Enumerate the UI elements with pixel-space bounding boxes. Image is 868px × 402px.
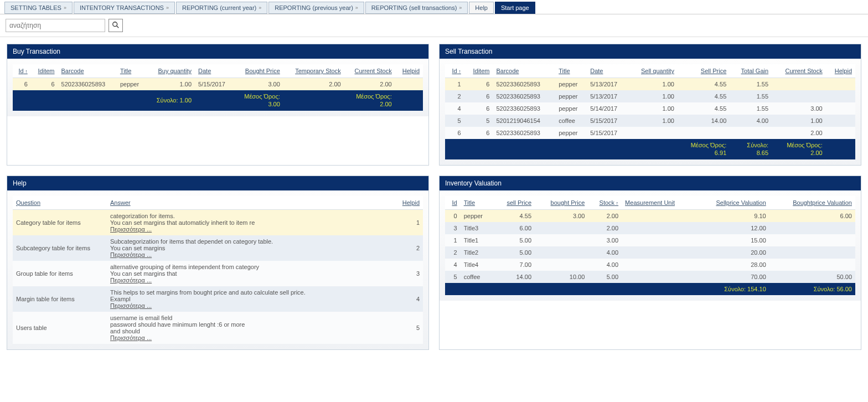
cell: Subcategorization for items that depende… — [107, 235, 390, 261]
col-header[interactable]: Iditem — [464, 64, 493, 78]
col-header[interactable]: Answer — [107, 196, 390, 210]
more-link[interactable]: Περισσότερα ... — [110, 251, 152, 258]
cell — [769, 246, 855, 259]
table-row[interactable]: 2Title25.004.0020.00 — [445, 246, 855, 259]
col-header[interactable]: Title — [461, 196, 494, 210]
col-header[interactable]: Stock ↑ — [588, 196, 622, 210]
table-row[interactable]: 5coffee14.0010.005.0070.0050.00 — [445, 271, 855, 283]
cell: 1.55 — [730, 78, 772, 91]
col-header[interactable]: Id — [445, 196, 461, 210]
cell: 20.00 — [695, 246, 769, 259]
cell: 6 — [464, 90, 493, 102]
tab-reporting-current-year-[interactable]: REPORTING (current year)» — [176, 2, 267, 14]
cell: 5 — [390, 312, 423, 344]
chevron-right-icon: » — [64, 5, 66, 11]
tab-label: REPORTING (current year) — [182, 4, 256, 11]
col-header[interactable]: Sell quantity — [628, 64, 678, 78]
table-row[interactable]: Users tableusername is email fieldpasswo… — [13, 312, 423, 344]
cell: 6.00 — [769, 209, 855, 222]
col-header[interactable]: Title — [555, 64, 587, 78]
cell: 3.00 — [535, 209, 588, 222]
col-header[interactable]: Helpid — [390, 196, 423, 210]
col-header[interactable]: Barcode — [58, 64, 117, 78]
col-header[interactable]: Sellprice Valuation — [695, 196, 769, 210]
col-header[interactable]: Measurement Unit — [622, 196, 695, 210]
search-input[interactable] — [6, 19, 105, 32]
col-header[interactable]: Sell Price — [678, 64, 730, 78]
cell: 5 — [445, 115, 464, 127]
col-header[interactable]: Title — [117, 64, 147, 78]
cell: Users table — [13, 312, 107, 344]
table-row[interactable]: 3Title36.002.0012.00 — [445, 222, 855, 234]
table-row[interactable]: 465202336025893pepper5/14/20171.004.551.… — [445, 102, 855, 115]
cell: This helps to set margins from bought pr… — [107, 286, 390, 312]
more-link[interactable]: Περισσότερα ... — [110, 226, 152, 233]
search-button[interactable] — [108, 19, 123, 32]
more-link[interactable]: Περισσότερα ... — [110, 302, 152, 309]
cell: 2 — [390, 235, 423, 261]
tab-start-page[interactable]: Start page — [495, 2, 535, 14]
col-header[interactable]: Id ↑ — [13, 64, 31, 78]
cell: 4.00 — [588, 259, 622, 271]
cell: Category table for items — [13, 209, 107, 235]
tab-label: REPORTING (previous year) — [275, 4, 353, 11]
cell: coffee — [555, 115, 587, 127]
table-row[interactable]: 665202336025893pepper1.005/15/20173.002.… — [13, 78, 423, 91]
sort-asc-icon: ↑ — [24, 69, 28, 74]
col-header[interactable]: Barcode — [493, 64, 555, 78]
col-header[interactable]: Id ↑ — [445, 64, 464, 78]
inventory-valuation-panel: Inventory Valuation IdTitlesell Pricebou… — [439, 176, 861, 350]
summary-row: Σύνολο: 1.00Μέσος Όρος:3.00Μέσος Όρος:2.… — [13, 90, 423, 111]
col-header[interactable]: Question — [13, 196, 107, 210]
col-header[interactable]: Bought Price — [234, 64, 283, 78]
col-header[interactable]: Date — [195, 64, 234, 78]
table-row[interactable]: Group table for itemsalternative groupin… — [13, 261, 423, 286]
cell: 2.00 — [283, 78, 344, 91]
summary-row: Σύνολο: 154.10Σύνολο: 56.00 — [445, 283, 855, 295]
table-row[interactable]: 0pepper4.553.002.009.106.00 — [445, 209, 855, 222]
cell: 5202336025893 — [493, 90, 555, 102]
panel-title: Help — [7, 176, 428, 190]
col-header[interactable]: bought Price — [535, 196, 588, 210]
tab-setting-tables[interactable]: SETTING TABLES» — [4, 2, 73, 14]
table-row[interactable]: Subcategory table for itemsSubcategoriza… — [13, 235, 423, 261]
col-header[interactable]: Current Stock — [772, 64, 826, 78]
col-header[interactable]: Temporary Stock — [283, 64, 344, 78]
tab-help[interactable]: Help — [469, 2, 494, 14]
table-row[interactable]: 265202336025893pepper5/13/20171.004.551.… — [445, 90, 855, 102]
cell: 1.00 — [147, 78, 195, 91]
col-header[interactable]: Iditem — [31, 64, 58, 78]
col-header[interactable]: sell Price — [494, 196, 535, 210]
col-header[interactable]: Helpid — [826, 64, 855, 78]
summary-row: Μέσος Όρος:6.91Σύνολο:8.65Μέσος Όρος:2.0… — [445, 139, 855, 159]
table-row[interactable]: 665202336025893pepper5/15/20172.00 — [445, 127, 855, 139]
cell: 5.00 — [494, 234, 535, 246]
cell: 2 — [445, 246, 461, 259]
tab-intentory-transactions[interactable]: INTENTORY TRANSACTIONS» — [74, 2, 175, 14]
table-row[interactable]: 4Title47.004.0028.00 — [445, 259, 855, 271]
cell: 1.00 — [628, 90, 678, 102]
cell: 5202336025893 — [58, 78, 117, 91]
col-header[interactable]: Helpid — [395, 64, 423, 78]
table-row[interactable]: 555201219046154coffee5/15/20171.0014.004… — [445, 115, 855, 127]
table-row[interactable]: Margin table for itemsThis helps to set … — [13, 286, 423, 312]
col-header[interactable]: Current Stock — [344, 64, 395, 78]
table-row[interactable]: 1Title15.003.0015.00 — [445, 234, 855, 246]
more-link[interactable]: Περισσότερα ... — [110, 334, 152, 341]
table-row[interactable]: Category table for itemscategorization f… — [13, 209, 423, 235]
table-row[interactable]: 165202336025893pepper5/13/20171.004.551.… — [445, 78, 855, 91]
cell: Subcategory table for items — [13, 235, 107, 261]
cell — [535, 234, 588, 246]
cell: 5201219046154 — [493, 115, 555, 127]
cell: 5/15/2017 — [587, 127, 628, 139]
more-link[interactable]: Περισσότερα ... — [110, 277, 152, 284]
tab-reporting-previous-year-[interactable]: REPORTING (previous year)» — [268, 2, 364, 14]
cell: 4.00 — [588, 246, 622, 259]
sort-asc-icon: ↑ — [614, 200, 618, 206]
col-header[interactable]: Date — [587, 64, 628, 78]
tab-reporting-sell-transactions-[interactable]: REPORTING (sell transactions)» — [365, 2, 468, 14]
cell — [826, 102, 855, 115]
col-header[interactable]: Total Gain — [730, 64, 772, 78]
col-header[interactable]: Boughtprice Valuation — [769, 196, 855, 210]
col-header[interactable]: Buy quantity — [147, 64, 195, 78]
